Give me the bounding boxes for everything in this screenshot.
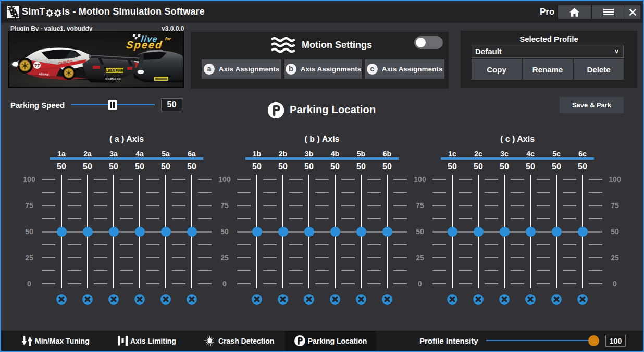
tick-dash	[68, 257, 81, 258]
axis-group-underline-a	[50, 157, 203, 160]
axis-slider-thumb-2c[interactable]	[474, 227, 484, 237]
axis-slider-thumb-1c[interactable]	[448, 227, 457, 237]
tick-dash	[42, 283, 55, 284]
parking-p-icon	[294, 335, 305, 346]
axis-slider-thumb-5a[interactable]	[161, 227, 171, 237]
tick-dash	[198, 192, 212, 193]
tick-dash	[94, 218, 107, 219]
axis-slider-thumb-6c[interactable]	[578, 227, 588, 237]
x-circle-icon	[304, 294, 314, 305]
axis-slider-thumb-1b[interactable]	[252, 227, 262, 237]
axis-reset-button-4b[interactable]	[330, 294, 340, 305]
axis-slider-thumb-2b[interactable]	[278, 227, 288, 237]
save-and-park-button[interactable]: Save & Park	[560, 97, 624, 113]
tick-dash	[563, 205, 576, 206]
tick-dash	[237, 205, 251, 206]
axis-slider-thumb-3a[interactable]	[109, 227, 119, 237]
axis-reset-button-6a[interactable]	[187, 294, 197, 305]
circle-a-icon: a	[204, 64, 215, 75]
x-circle-icon	[382, 294, 392, 305]
tick-dash	[263, 257, 277, 258]
axis-reset-button-2c[interactable]	[473, 294, 484, 305]
menu-button[interactable]	[592, 5, 625, 19]
axis-reset-button-2a[interactable]	[82, 294, 93, 305]
axis-reset-button-2b[interactable]	[278, 294, 288, 305]
tick-dash	[263, 270, 277, 271]
axis-reset-button-4a[interactable]	[134, 294, 145, 305]
tick-dash	[289, 179, 303, 180]
axis-reset-button-3a[interactable]	[108, 294, 119, 305]
axis-reset-button-6b[interactable]	[382, 294, 392, 305]
tick-dash	[537, 283, 550, 284]
axis-group-title-a: ( a ) Axis	[95, 135, 158, 144]
axis-reset-button-5a[interactable]	[160, 294, 171, 305]
tab-crash-detection[interactable]: Crash Detection	[204, 331, 274, 351]
axis-reset-button-3b[interactable]	[304, 294, 314, 305]
tick-dash	[537, 179, 550, 180]
home-button[interactable]	[558, 5, 591, 19]
axis-channel-label-4b: 4b	[325, 150, 345, 158]
tab-parking-location[interactable]: Parking Location	[285, 331, 376, 351]
axis-value-5c: 50	[546, 162, 567, 172]
axis-slider-thumb-4b[interactable]	[330, 227, 340, 237]
tick-dash	[459, 283, 472, 284]
profile-intensity-slider-thumb[interactable]	[588, 335, 599, 346]
axis-reset-button-4c[interactable]	[525, 294, 536, 305]
profile-intensity-slider-track[interactable]	[486, 340, 599, 341]
tab-axis-limiting[interactable]: Axis Limiting	[118, 331, 176, 351]
rename-button[interactable]: Rename	[523, 59, 573, 80]
axis-slider-thumb-2a[interactable]	[83, 227, 93, 237]
axis-slider-thumb-6b[interactable]	[382, 227, 392, 237]
axis-reset-button-1a[interactable]	[56, 294, 67, 305]
motion-settings-toggle[interactable]	[414, 36, 443, 49]
axis-assignments-a-button[interactable]: a Axis Assignments	[202, 59, 281, 79]
axis-slider-thumb-4c[interactable]	[526, 227, 536, 237]
axis-slider-thumb-6a[interactable]	[187, 227, 197, 237]
close-button[interactable]	[625, 5, 640, 19]
tick-dash	[120, 192, 133, 193]
axis-reset-button-5c[interactable]	[551, 294, 562, 305]
parking-speed-value: 50	[161, 98, 182, 111]
tick-dash	[315, 179, 329, 180]
x-circle-icon	[473, 294, 484, 305]
axis-reset-button-6c[interactable]	[577, 294, 588, 305]
parking-speed-slider-thumb[interactable]	[108, 100, 117, 110]
tab-minmax-tuning[interactable]: Min/Max Tuning	[22, 331, 90, 351]
tick-dash	[42, 205, 55, 206]
copy-button[interactable]: Copy	[472, 59, 522, 80]
tick-dash	[263, 283, 277, 284]
tick-dash	[289, 283, 303, 284]
tick-dash	[198, 244, 212, 245]
axis-reset-button-5b[interactable]	[356, 294, 366, 305]
axis-value-6a: 50	[181, 162, 202, 172]
tick-dash	[393, 205, 407, 206]
axis-slider-thumb-5c[interactable]	[552, 227, 562, 237]
profile-select[interactable]: Default v	[472, 45, 624, 58]
tick-dash	[263, 205, 277, 206]
axis-group-title-c: ( c ) Axis	[486, 135, 549, 144]
axis-assignments-b-button[interactable]: b Axis Assignments	[284, 59, 362, 79]
axis-slider-thumb-1a[interactable]	[57, 227, 67, 237]
tick-dash	[42, 257, 55, 258]
tick-dash	[315, 270, 329, 271]
x-circle-icon	[278, 294, 288, 305]
axis-slider-thumb-4a[interactable]	[135, 227, 145, 237]
home-icon	[569, 8, 579, 17]
axis-reset-button-1c[interactable]	[447, 294, 457, 305]
tick-dash	[42, 270, 55, 271]
axis-slider-thumb-3b[interactable]	[304, 227, 314, 237]
tab-label: Parking Location	[308, 337, 367, 345]
tick-dash	[172, 192, 185, 193]
axis-reset-button-1b[interactable]	[252, 294, 262, 305]
delete-button[interactable]: Delete	[574, 59, 624, 80]
tick-dash	[315, 244, 329, 245]
axis-value-4a: 50	[129, 162, 150, 172]
axis-assignments-c-button[interactable]: c Axis Assignments	[365, 59, 444, 79]
axis-reset-button-3c[interactable]	[499, 294, 510, 305]
tick-dash	[237, 179, 251, 180]
tick-dash	[485, 205, 498, 206]
tick-dash	[511, 283, 524, 284]
axis-slider-thumb-5b[interactable]	[356, 227, 366, 237]
tick-dash	[589, 192, 602, 193]
axis-slider-thumb-3c[interactable]	[500, 227, 510, 237]
